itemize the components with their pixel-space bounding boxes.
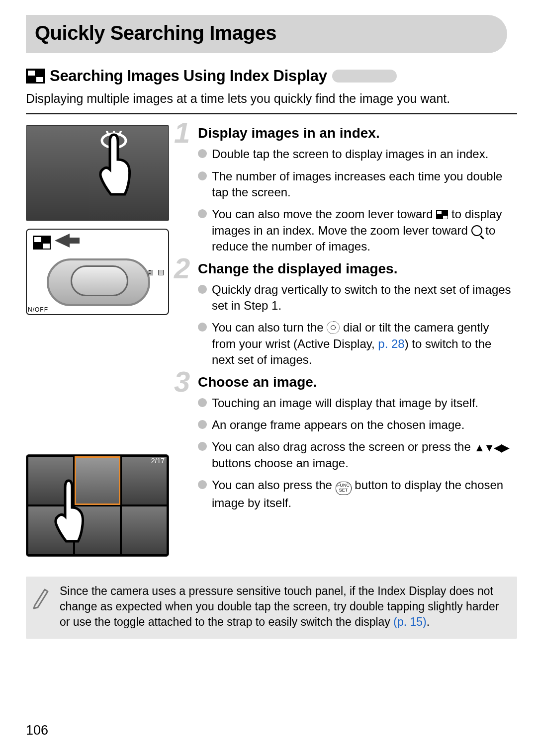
note-box: Since the camera uses a pressure sensiti… bbox=[26, 577, 517, 639]
step-2: 2 Change the displayed images. Quickly d… bbox=[178, 261, 512, 368]
double-tap-hand-icon bbox=[94, 131, 134, 205]
bullet: Double tap the screen to display images … bbox=[198, 146, 512, 162]
illustration-double-tap bbox=[26, 125, 169, 221]
page-ref-link[interactable]: p. 28 bbox=[378, 337, 404, 350]
bullet: Touching an image will display that imag… bbox=[198, 395, 512, 411]
bullet: You can also press the FUNCSET button to… bbox=[198, 477, 512, 511]
page-title: Quickly Searching Images bbox=[35, 22, 497, 44]
arrow-left-icon bbox=[55, 234, 70, 248]
body-columns: : ▦ ▤ N/OFF 2/17 1 bbox=[26, 125, 517, 565]
bullet: Quickly drag vertically to switch to the… bbox=[198, 282, 512, 314]
note-text: Since the camera uses a pressure sensiti… bbox=[60, 584, 509, 630]
magnify-icon bbox=[471, 225, 482, 236]
illustration-index-grid: 2/17 bbox=[26, 454, 169, 557]
page-title-bar: Quickly Searching Images bbox=[26, 15, 507, 53]
note-pencil-icon bbox=[31, 584, 51, 630]
on-off-label: N/OFF bbox=[28, 306, 48, 313]
index-display-icon bbox=[26, 69, 45, 84]
index-display-icon bbox=[33, 236, 51, 250]
bullet: You can also move the zoom lever toward … bbox=[198, 206, 512, 254]
func-set-icon: FUNCSET bbox=[336, 482, 352, 495]
section-intro: Displaying multiple images at a time let… bbox=[26, 91, 517, 106]
side-icons: ▦ ▤ bbox=[147, 268, 165, 276]
bullet: The number of images increases each time… bbox=[198, 168, 512, 201]
illustration-zoom-lever: : ▦ ▤ N/OFF bbox=[26, 229, 169, 315]
page-number: 106 bbox=[26, 723, 48, 738]
step-heading: Choose an image. bbox=[198, 374, 512, 390]
step-1: 1 Display images in an index. Double tap… bbox=[178, 125, 512, 254]
bullet: An orange frame appears on the chosen im… bbox=[198, 417, 512, 433]
step-number: 2 bbox=[174, 254, 190, 283]
illustration-column: : ▦ ▤ N/OFF 2/17 bbox=[26, 125, 169, 565]
separator bbox=[26, 113, 517, 114]
bullet: You can also turn the dial or tilt the c… bbox=[198, 320, 512, 368]
index-display-icon bbox=[436, 210, 448, 219]
page-ref-link[interactable]: (p. 15) bbox=[393, 615, 426, 628]
step-heading: Display images in an index. bbox=[198, 125, 512, 141]
step-bullets: Double tap the screen to display images … bbox=[198, 146, 512, 254]
manual-page: Quickly Searching Images Searching Image… bbox=[0, 0, 537, 756]
svg-line-1 bbox=[106, 131, 108, 134]
tap-hand-icon bbox=[51, 478, 86, 547]
step-number: 3 bbox=[174, 367, 190, 396]
bullet: You can also drag across the screen or p… bbox=[198, 439, 512, 471]
step-bullets: Quickly drag vertically to switch to the… bbox=[198, 282, 512, 368]
step-bullets: Touching an image will display that imag… bbox=[198, 395, 512, 511]
section-header-row: Searching Images Using Index Display bbox=[26, 67, 507, 85]
dpad-arrows-icon: ▲▼◀▶ bbox=[474, 441, 509, 454]
section-heading: Searching Images Using Index Display bbox=[50, 67, 327, 85]
step-3: 3 Choose an image. Touching an image wil… bbox=[178, 374, 512, 511]
step-number: 1 bbox=[174, 118, 190, 147]
step-heading: Change the displayed images. bbox=[198, 261, 512, 277]
steps-column: 1 Display images in an index. Double tap… bbox=[178, 125, 517, 565]
control-dial-icon bbox=[327, 321, 340, 334]
index-counter: 2/17 bbox=[151, 457, 165, 465]
shutter-ring-icon bbox=[47, 258, 150, 306]
heading-cap-decoration bbox=[332, 70, 397, 83]
svg-line-3 bbox=[120, 131, 122, 134]
